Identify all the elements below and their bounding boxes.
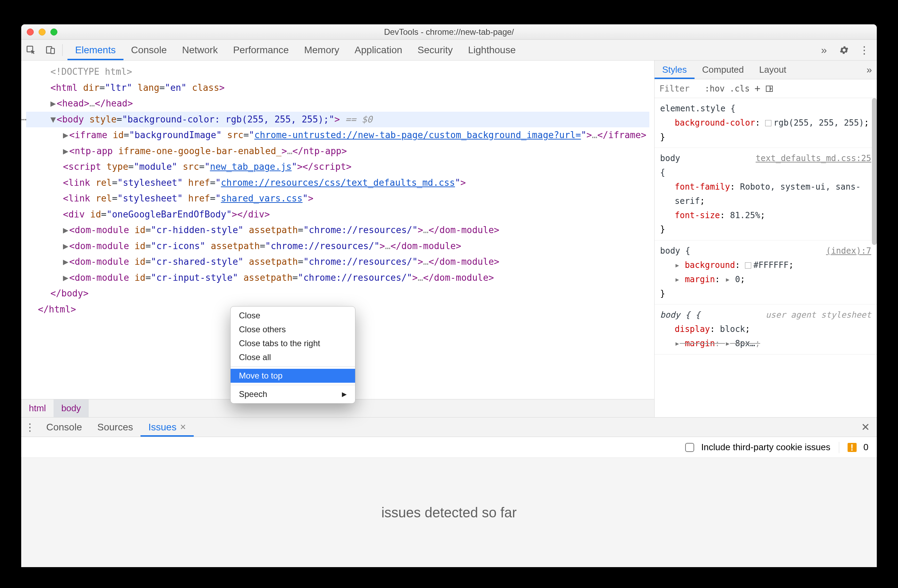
css-rule[interactable]: (index):7body { ▶ background: #FFFFFF;▶ … (655, 240, 877, 305)
close-drawer-icon[interactable]: ✕ (854, 417, 877, 437)
submenu-arrow-icon: ▶ (342, 390, 347, 398)
close-tab-icon[interactable]: ✕ (180, 423, 186, 432)
crumb-body[interactable]: body (54, 399, 88, 417)
side-tab-styles[interactable]: Styles (655, 60, 695, 79)
dom-node-head[interactable]: ▶<head>…</head> (26, 96, 649, 112)
main-tab-security[interactable]: Security (410, 40, 460, 60)
side-tab-layout[interactable]: Layout (752, 60, 794, 79)
dom-node-body-open[interactable]: ▼<body style="background-color: rgb(255,… (26, 112, 649, 128)
css-rule[interactable]: element.style {background-color: rgb(255… (655, 98, 877, 148)
window-title: DevTools - chrome://new-tab-page/ (21, 27, 877, 37)
crumb-html[interactable]: html (21, 399, 54, 417)
drawer-tab-sources[interactable]: Sources (90, 417, 141, 437)
drawer-tab-issues[interactable]: Issues✕ (140, 417, 194, 437)
menu-item-close-all[interactable]: Close all (231, 350, 355, 364)
main-tab-network[interactable]: Network (174, 40, 225, 60)
dom-node-ntp-app[interactable]: ▶<ntp-app iframe-one-google-bar-enabled_… (26, 143, 649, 159)
menu-item-speech[interactable]: Speech▶ (231, 387, 355, 401)
dom-node-iframe[interactable]: ▶<iframe id="backgroundImage" src="chrom… (26, 127, 649, 143)
issues-body: issues detected so far (21, 458, 877, 567)
new-style-rule-icon[interactable]: + (755, 83, 761, 94)
titlebar: DevTools - chrome://new-tab-page/ (21, 25, 877, 40)
svg-rect-3 (766, 86, 772, 91)
main-tab-elements[interactable]: Elements (68, 40, 123, 60)
dom-node-dm1[interactable]: ▶<dom-module id="cr-hidden-style" assetp… (26, 222, 649, 238)
kebab-menu-icon[interactable]: ⋮ (855, 44, 873, 56)
toggle-computed-panel-icon[interactable] (765, 85, 773, 93)
separator (62, 44, 63, 56)
menu-item-close-others[interactable]: Close others (231, 323, 355, 336)
dom-node-html-open[interactable]: <html dir="ltr" lang="en" class> (26, 80, 649, 96)
traffic-lights (27, 29, 57, 35)
device-toggle-icon[interactable] (41, 45, 60, 55)
issues-toolbar: Include third-party cookie issues 0 (21, 437, 877, 458)
more-tabs-icon[interactable]: » (815, 44, 833, 56)
svg-rect-2 (51, 48, 54, 54)
separator (839, 442, 839, 453)
devtools-window: DevTools - chrome://new-tab-page/ Elemen… (21, 25, 877, 567)
main-tab-performance[interactable]: Performance (225, 40, 296, 60)
main-toolbar: ElementsConsoleNetworkPerformanceMemoryA… (21, 40, 877, 60)
hov-toggle[interactable]: :hov (704, 84, 725, 94)
main-tab-console[interactable]: Console (123, 40, 175, 60)
css-rules[interactable]: element.style {background-color: rgb(255… (655, 98, 877, 417)
settings-gear-icon[interactable] (835, 45, 853, 55)
side-tab-computed[interactable]: Computed (695, 60, 752, 79)
dom-node-doctype[interactable]: <!DOCTYPE html> (26, 64, 649, 80)
main-tabs: ElementsConsoleNetworkPerformanceMemoryA… (68, 40, 523, 60)
dom-node-body-close[interactable]: </body> (26, 286, 649, 302)
menu-item-close-tabs-to-the-right[interactable]: Close tabs to the right (231, 336, 355, 350)
menu-item-move-to-top[interactable]: Move to top (231, 369, 355, 383)
menu-separator (231, 366, 355, 367)
dom-node-div[interactable]: <div id="oneGoogleBarEndOfBody"></div> (26, 207, 649, 223)
drawer-menu-icon[interactable]: ⋮ (21, 417, 38, 437)
styles-filter-input[interactable] (655, 84, 700, 94)
dom-node-dm2[interactable]: ▶<dom-module id="cr-icons" assetpath="ch… (26, 238, 649, 254)
zoom-window-button[interactable] (51, 29, 57, 35)
minimize-window-button[interactable] (38, 29, 46, 35)
issues-body-text: issues detected so far (381, 505, 517, 520)
drawer-tab-console[interactable]: Console (38, 417, 90, 437)
dom-node-link1[interactable]: <link rel="stylesheet" href="chrome://re… (26, 175, 649, 191)
drawer-tabs: ⋮ ConsoleSourcesIssues✕ ✕ (21, 417, 877, 437)
dom-node-dm3[interactable]: ▶<dom-module id="cr-shared-style" assetp… (26, 254, 649, 270)
more-styles-tabs-icon[interactable]: » (861, 60, 877, 79)
drawer: ⋮ ConsoleSourcesIssues✕ ✕ Include third-… (21, 417, 877, 567)
issues-count: 0 (864, 442, 869, 453)
css-rule[interactable]: user agent stylesheetbody { {display: bl… (655, 305, 877, 354)
warning-icon (847, 443, 856, 452)
main-tab-memory[interactable]: Memory (296, 40, 347, 60)
main-tab-lighthouse[interactable]: Lighthouse (460, 40, 523, 60)
dom-node-link2[interactable]: <link rel="stylesheet" href="shared_vars… (26, 191, 649, 207)
inspect-element-icon[interactable] (21, 45, 41, 55)
styles-tabs: StylesComputedLayout» (655, 60, 877, 79)
menu-item-close[interactable]: Close (231, 309, 355, 323)
main-panel: <!DOCTYPE html><html dir="ltr" lang="en"… (21, 60, 877, 417)
menu-separator (231, 385, 355, 385)
css-rule[interactable]: text_defaults_md.css:25body{font-family:… (655, 148, 877, 240)
close-window-button[interactable] (27, 29, 34, 35)
styles-panel: StylesComputedLayout» :hov .cls + elemen… (654, 60, 877, 417)
styles-filter-row: :hov .cls + (655, 79, 877, 98)
dom-node-script[interactable]: <script type="module" src="new_tab_page.… (26, 159, 649, 175)
include-third-party-label: Include third-party cookie issues (701, 442, 830, 453)
include-third-party-checkbox[interactable] (685, 443, 694, 452)
cls-toggle[interactable]: .cls (730, 84, 750, 94)
dom-node-dm4[interactable]: ▶<dom-module id="cr-input-style" assetpa… (26, 270, 649, 286)
main-tab-application[interactable]: Application (347, 40, 410, 60)
tab-context-menu: CloseClose othersClose tabs to the right… (230, 306, 355, 403)
